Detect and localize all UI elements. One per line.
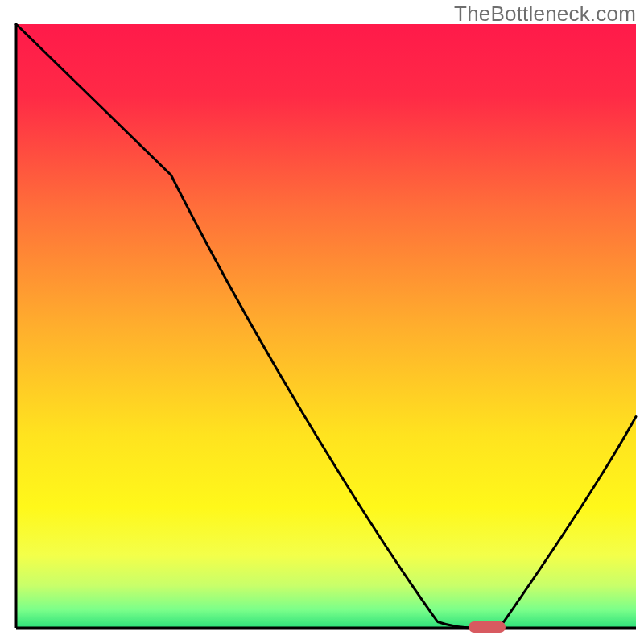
bottleneck-chart (0, 0, 644, 644)
optimal-range-marker (469, 621, 506, 633)
chart-stage: TheBottleneck.com (0, 0, 644, 644)
